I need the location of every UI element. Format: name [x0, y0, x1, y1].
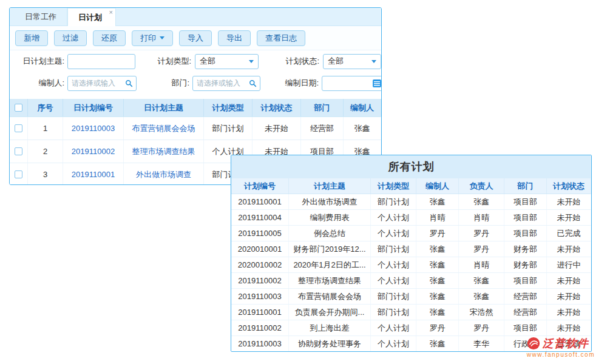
- tab-bar: 日常工作 日计划 ×: [10, 8, 381, 26]
- plan-status-select[interactable]: 全部: [323, 54, 381, 69]
- print-button[interactable]: 打印: [132, 30, 173, 46]
- cell-owner: 罗丹: [459, 320, 504, 335]
- daily-plan-table-header: 序号 日计划编号 日计划主题 计划类型 计划状态 部门 编制人: [10, 99, 381, 117]
- import-button[interactable]: 导入: [179, 30, 212, 46]
- date-input[interactable]: [322, 76, 372, 90]
- author-input[interactable]: [68, 76, 125, 90]
- select-all-checkbox[interactable]: [15, 104, 22, 112]
- cell-plan-code: 2019110005: [231, 226, 289, 241]
- cell-plan-type: 个人计划: [371, 336, 416, 351]
- cell-author: 张鑫: [416, 336, 459, 351]
- cell-owner: 肖晴: [459, 210, 504, 225]
- filter-panel: 日计划主题: 计划类型: 全部 计划状态: 全部 编制人:: [10, 50, 381, 99]
- cell-author: 张鑫: [416, 305, 459, 320]
- toolbar: 新增 过滤 还原 打印 导入 导出 查看日志: [10, 26, 381, 50]
- cell-plan-subject: 负责展会开办期间...: [289, 305, 371, 320]
- table-row[interactable]: 2020010001 财务部门2019年12... 部门计划 张鑫 罗丹 财务部…: [231, 241, 591, 257]
- view-log-button[interactable]: 查看日志: [257, 30, 305, 46]
- cell-author: 张鑫: [416, 273, 459, 288]
- cell-owner: 李华: [459, 336, 504, 351]
- search-icon[interactable]: [125, 79, 133, 87]
- cell-code-link[interactable]: 2019110002: [63, 140, 124, 163]
- filter-row-2: 编制人: 部门: 编制日期:: [10, 72, 381, 94]
- column-header-seq: 序号: [28, 99, 63, 116]
- cell-subject-link[interactable]: 外出做市场调查: [124, 163, 204, 185]
- filter-button[interactable]: 过滤: [54, 30, 87, 46]
- cell-plan-subject: 整理市场调查结果: [289, 273, 371, 288]
- row-checkbox[interactable]: [15, 170, 22, 178]
- cell-subject-link[interactable]: 整理市场调查结果: [124, 140, 204, 163]
- cell-subject-link[interactable]: 布置营销展会会场: [124, 117, 204, 140]
- plan-status-filter-label: 计划状态:: [278, 56, 319, 67]
- print-button-label: 打印: [140, 33, 156, 44]
- cell-plan-type: 部门计划: [371, 194, 416, 209]
- cell-plan-subject: 布置营销展会会场: [289, 289, 371, 304]
- search-icon[interactable]: [249, 79, 257, 87]
- cell-plan-status: 未开始: [547, 320, 591, 335]
- plan-status-select-value: 全部: [328, 56, 344, 67]
- cell-plan-subject: 编制费用表: [289, 210, 371, 225]
- table-row[interactable]: 2019110001 外出做市场调查 部门计划 张鑫 张鑫 项目部 未开始: [231, 194, 591, 210]
- watermark-brand: 泛普软件: [543, 336, 589, 351]
- table-row[interactable]: 2019110003 布置营销展会会场 部门计划 张鑫 张鑫 经营部 未开始: [231, 289, 591, 305]
- cell-seq: 3: [28, 163, 63, 185]
- dept-input[interactable]: [193, 76, 249, 90]
- column-header-dept: 部门: [504, 178, 547, 194]
- close-icon[interactable]: ×: [109, 9, 113, 16]
- cell-code-link[interactable]: 2019110001: [63, 163, 124, 185]
- table-row[interactable]: 2019110002 整理市场调查结果 个人计划 张鑫 张鑫 项目部 未开始: [231, 273, 591, 289]
- column-header-dept: 部门: [301, 99, 344, 116]
- tab-daily-plan[interactable]: 日计划 ×: [67, 8, 116, 26]
- cell-plan-type: 个人计划: [371, 257, 416, 272]
- subject-input[interactable]: [68, 55, 135, 69]
- cell-plan-type: 个人计划: [371, 226, 416, 241]
- dept-filter-label: 部门:: [150, 78, 189, 89]
- cell-seq: 1: [28, 117, 63, 140]
- row-checkbox[interactable]: [15, 124, 22, 132]
- date-input-box: [322, 76, 382, 91]
- restore-button[interactable]: 还原: [93, 30, 126, 46]
- table-row[interactable]: 1 2019110003 布置营销展会会场 部门计划 未开始 经营部 张鑫: [10, 117, 381, 140]
- table-row[interactable]: 2019110001 负责展会开办期间... 部门计划 张鑫 宋浩然 经营部 未…: [231, 305, 591, 320]
- author-search-field: [67, 76, 137, 91]
- cell-plan-type: 个人计划: [371, 320, 416, 335]
- cell-author: 张鑫: [416, 241, 459, 257]
- cell-plan-code: 2019110003: [231, 336, 289, 351]
- add-button[interactable]: 新增: [15, 30, 48, 46]
- row-checkbox[interactable]: [15, 147, 22, 155]
- cell-plan-subject: 2020年1月2日的工...: [289, 257, 371, 272]
- table-row[interactable]: 2020010002 2020年1月2日的工... 个人计划 张鑫 肖晴 财务部…: [231, 257, 591, 273]
- cell-dept: 财务部: [504, 241, 547, 257]
- cell-plan-status: 未开始: [547, 241, 591, 257]
- fanpu-logo-icon: [527, 337, 540, 350]
- cell-author: 肖晴: [416, 210, 459, 225]
- cell-plan-code: 2019110003: [231, 289, 289, 304]
- cell-plan-status: 未开始: [547, 305, 591, 320]
- table-row[interactable]: 2019110005 例会总结 个人计划 罗丹 罗丹 项目部 已完成: [231, 226, 591, 241]
- tab-daily-work[interactable]: 日常工作: [15, 8, 67, 25]
- cell-author: 罗丹: [416, 320, 459, 335]
- cell-author: 张鑫: [344, 117, 381, 140]
- date-filter-label: 编制日期:: [277, 78, 319, 89]
- cell-owner: 肖晴: [459, 257, 504, 272]
- author-filter-label: 编制人:: [15, 78, 64, 89]
- cell-author: 张鑫: [416, 257, 459, 272]
- export-button[interactable]: 导出: [218, 30, 251, 46]
- cell-plan-status: 未开始: [547, 289, 591, 304]
- column-header-subject: 日计划主题: [124, 99, 204, 116]
- row-check-cell: [10, 163, 28, 185]
- cell-plan-code: 2020010001: [231, 241, 289, 257]
- table-row[interactable]: 2019110004 编制费用表 个人计划 肖晴 肖晴 项目部 未开始: [231, 210, 591, 226]
- cell-dept: 财务部: [504, 257, 547, 272]
- subject-filter-label: 日计划主题:: [15, 56, 64, 67]
- cell-code-link[interactable]: 2019110003: [63, 117, 124, 140]
- calendar-icon[interactable]: [372, 78, 382, 88]
- table-row[interactable]: 2019110002 到上海出差 个人计划 罗丹 罗丹 项目部 未开始: [231, 320, 591, 336]
- column-header-author: 编制人: [344, 99, 381, 116]
- column-header-plan-status: 计划状态: [547, 178, 591, 194]
- cell-plan-status: 未开始: [547, 194, 591, 209]
- watermark-url: www.fanpusoft.com: [527, 351, 595, 358]
- column-header-owner: 负责人: [459, 178, 504, 194]
- cell-dept: 项目部: [504, 320, 547, 335]
- plan-type-select[interactable]: 全部: [195, 54, 259, 69]
